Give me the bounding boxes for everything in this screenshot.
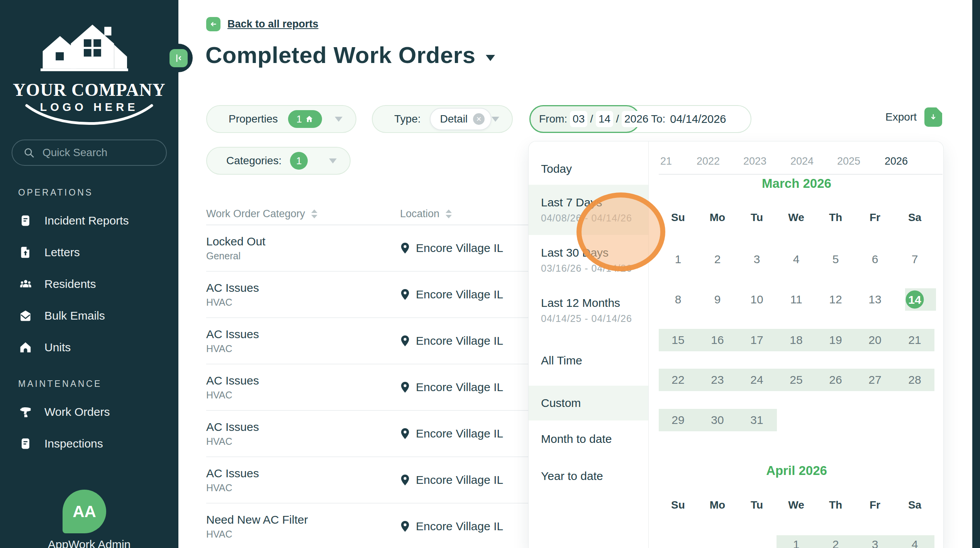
calendar-day[interactable]: 15 <box>671 334 684 347</box>
export-button[interactable]: Export <box>885 107 942 127</box>
work-orders-drill-icon <box>18 405 33 419</box>
year-option-2021[interactable]: 21 <box>660 155 672 167</box>
table-row[interactable]: AC IssuesHVAC Encore Village IL <box>206 457 528 504</box>
calendar-day[interactable]: 28 <box>908 373 921 386</box>
year-option-2022[interactable]: 2022 <box>697 155 720 167</box>
calendar-day[interactable]: 2 <box>832 538 839 548</box>
table-row[interactable]: AC IssuesHVAC Encore Village IL <box>206 318 528 364</box>
quick-option-label: Last 12 Months <box>541 296 648 310</box>
quick-option-month-to-date[interactable]: Month to date <box>529 420 648 458</box>
table-row[interactable]: Locked OutGeneral Encore Village IL <box>206 225 528 272</box>
quick-option-custom[interactable]: Custom <box>529 386 648 420</box>
calendar-day[interactable]: 9 <box>714 293 721 306</box>
sidebar-item-inspections[interactable]: Inspections <box>0 428 178 460</box>
date-from-input[interactable]: From: 03 / 14 / 2026 <box>529 105 640 133</box>
calendar-day[interactable]: 21 <box>908 334 921 347</box>
calendar-day[interactable]: 4 <box>793 253 800 266</box>
year-option-2023[interactable]: 2023 <box>743 155 766 167</box>
weekday-label: Sa <box>908 499 921 511</box>
column-label: Work Order Category <box>206 208 305 220</box>
calendar-day[interactable]: 31 <box>750 414 763 427</box>
calendar-day[interactable]: 29 <box>671 414 684 427</box>
calendar-day[interactable]: 12 <box>829 293 842 306</box>
sidebar-nav-maintenance: Work Orders Inspections <box>0 396 178 460</box>
column-header-category[interactable]: Work Order Category <box>206 203 400 225</box>
column-header-location[interactable]: Location <box>400 203 528 225</box>
back-link-label: Back to all reports <box>227 18 319 30</box>
sidebar-item-label: Residents <box>44 277 96 291</box>
calendar-day[interactable]: 4 <box>912 538 918 548</box>
calendar-day[interactable]: 1 <box>675 253 682 266</box>
table-row[interactable]: AC IssuesHVAC Encore Village IL <box>206 411 528 457</box>
quick-search-input[interactable]: Quick Search <box>12 140 167 166</box>
calendar-day[interactable]: 27 <box>868 373 881 386</box>
calendar-day[interactable]: 6 <box>872 253 878 266</box>
sidebar-item-letters[interactable]: Letters <box>0 237 178 268</box>
from-month-segment[interactable]: 03 <box>570 111 587 127</box>
back-to-reports-link[interactable]: Back to all reports <box>206 17 319 31</box>
calendar-day[interactable]: 23 <box>711 373 724 386</box>
categories-filter-chip[interactable]: Categories: 1 <box>206 147 351 175</box>
table-row[interactable]: AC IssuesHVAC Encore Village IL <box>206 272 528 318</box>
calendar-day[interactable]: 3 <box>872 538 878 548</box>
calendar-day[interactable]: 11 <box>790 293 802 306</box>
calendar-day[interactable]: 16 <box>711 334 724 347</box>
calendar-day[interactable]: 22 <box>671 373 684 386</box>
back-arrow-icon <box>206 17 220 31</box>
calendar-day[interactable]: 13 <box>868 293 881 306</box>
quick-option-today[interactable]: Today <box>529 153 648 185</box>
user-avatar[interactable]: AA <box>63 490 106 533</box>
calendar-day[interactable]: 20 <box>868 334 881 347</box>
calendar-day[interactable]: 7 <box>912 253 918 266</box>
calendar-day[interactable]: 2 <box>714 253 721 266</box>
location-pin-icon <box>400 428 410 439</box>
sidebar-item-residents[interactable]: Residents <box>0 268 178 300</box>
sidebar-collapse-button[interactable] <box>164 44 193 72</box>
sidebar-item-work-orders[interactable]: Work Orders <box>0 396 178 428</box>
calendar-day[interactable]: 30 <box>711 414 724 427</box>
quick-option-last-7-days[interactable]: Last 7 Days 04/08/26 - 04/14/26 <box>529 185 648 235</box>
sidebar-item-label: Work Orders <box>44 405 110 419</box>
calendar-day[interactable]: 18 <box>790 334 802 347</box>
calendar-day[interactable]: 19 <box>829 334 842 347</box>
type-label: Type: <box>394 113 420 125</box>
year-option-2026-selected[interactable]: 2026 <box>885 155 908 167</box>
location-name: Encore Village IL <box>416 381 503 394</box>
remove-type-icon[interactable]: ✕ <box>473 113 485 125</box>
calendar-day[interactable]: 26 <box>829 373 842 386</box>
calendar-day[interactable]: 8 <box>675 293 682 306</box>
month-title-april: April 2026 <box>766 463 827 478</box>
quick-option-year-to-date[interactable]: Year to date <box>529 458 648 495</box>
quick-option-all-time[interactable]: All Time <box>529 335 648 386</box>
category-type: HVAC <box>206 343 400 354</box>
type-filter-chip[interactable]: Type: Detail ✕ <box>372 105 513 133</box>
sidebar-item-bulk-emails[interactable]: Bulk Emails <box>0 300 178 332</box>
sidebar-item-units[interactable]: Units <box>0 332 178 363</box>
calendar-day[interactable]: 3 <box>754 253 760 266</box>
year-option-2025[interactable]: 2025 <box>837 155 860 167</box>
calendar-day[interactable]: 5 <box>832 253 839 266</box>
calendar-day[interactable]: 17 <box>750 334 763 347</box>
quick-option-label: Today <box>541 162 648 175</box>
sidebar-item-incident-reports[interactable]: Incident Reports <box>0 205 178 237</box>
calendar-day[interactable]: 25 <box>790 373 802 386</box>
title-dropdown-caret-icon[interactable] <box>486 55 495 61</box>
location-name: Encore Village IL <box>416 520 503 533</box>
year-option-2024[interactable]: 2024 <box>790 155 814 167</box>
quick-option-last-12-months[interactable]: Last 12 Months 04/14/25 - 04/14/26 <box>529 285 648 335</box>
calendar-day-selected[interactable]: 14 <box>906 291 924 309</box>
properties-filter-chip[interactable]: Properties 1 <box>206 105 356 133</box>
quick-option-range: 03/16/26 - 04/14/26 <box>541 263 648 274</box>
house-icon <box>305 115 314 123</box>
from-day-segment[interactable]: 14 <box>596 111 613 127</box>
table-row[interactable]: Need New AC FilterHVAC Encore Village IL <box>206 504 528 548</box>
date-to-input[interactable]: To: 04/14/2026 <box>640 106 751 132</box>
quick-option-last-30-days[interactable]: Last 30 Days 03/16/26 - 04/14/26 <box>529 235 648 285</box>
table-row[interactable]: AC IssuesHVAC Encore Village IL <box>206 364 528 411</box>
category-name: AC Issues <box>206 467 400 480</box>
calendar-day[interactable]: 1 <box>793 538 800 548</box>
location-pin-icon <box>400 335 410 347</box>
calendar-day[interactable]: 24 <box>750 373 763 386</box>
sidebar: YOUR COMPANY LOGO HERE Quick Search OPER… <box>0 0 178 548</box>
calendar-day[interactable]: 10 <box>750 293 763 306</box>
